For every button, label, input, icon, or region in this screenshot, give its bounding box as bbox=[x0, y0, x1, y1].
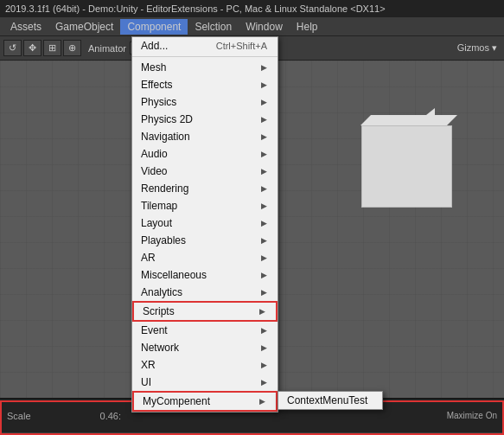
ui-arrow: ▶ bbox=[261, 378, 267, 387]
rendering-arrow: ▶ bbox=[261, 184, 267, 193]
cube-top-face bbox=[360, 115, 457, 125]
context-submenu: ContextMenuTest bbox=[278, 391, 383, 410]
menu-mesh[interactable]: Mesh ▶ bbox=[132, 59, 278, 76]
menu-audio[interactable]: Audio ▶ bbox=[132, 145, 278, 163]
physics-label: Physics bbox=[141, 96, 176, 108]
menu-tilemap[interactable]: Tilemap ▶ bbox=[132, 197, 278, 214]
menu-network[interactable]: Network ▶ bbox=[132, 339, 278, 356]
context-menu-test[interactable]: ContextMenuTest bbox=[278, 392, 382, 409]
menu-add-item[interactable]: Add... Ctrl+Shift+A bbox=[132, 37, 278, 54]
playables-arrow: ▶ bbox=[261, 236, 267, 245]
menu-navigation[interactable]: Navigation ▶ bbox=[132, 128, 278, 145]
menu-analytics[interactable]: Analytics ▶ bbox=[132, 284, 278, 301]
menu-gameobject[interactable]: GameObject bbox=[48, 19, 120, 35]
analytics-arrow: ▶ bbox=[261, 288, 267, 297]
mycompenent-container: MyCompenent ▶ ContextMenuTest bbox=[132, 391, 278, 412]
mycompenent-label: MyCompenent bbox=[143, 395, 210, 407]
xr-arrow: ▶ bbox=[261, 361, 267, 369]
event-arrow: ▶ bbox=[261, 326, 267, 335]
cube-front-face bbox=[361, 125, 452, 208]
event-label: Event bbox=[141, 324, 168, 336]
scale-value: 0.46: bbox=[100, 411, 121, 421]
xr-label: XR bbox=[141, 359, 156, 371]
dropdown-menu: Add... Ctrl+Shift+A Mesh ▶ Effects ▶ Phy… bbox=[131, 36, 278, 413]
menu-window[interactable]: Window bbox=[239, 19, 290, 35]
misc-arrow: ▶ bbox=[261, 271, 267, 279]
menu-mycompenent[interactable]: MyCompenent ▶ bbox=[132, 391, 278, 412]
analytics-label: Analytics bbox=[141, 286, 182, 298]
menu-event[interactable]: Event ▶ bbox=[132, 322, 278, 339]
physics2d-arrow: ▶ bbox=[261, 115, 267, 124]
menu-rendering[interactable]: Rendering ▶ bbox=[132, 180, 278, 197]
title-text: 2019.3.1f1 (64bit) - Demo:Unity - Editor… bbox=[5, 3, 386, 14]
menu-video[interactable]: Video ▶ bbox=[132, 163, 278, 180]
toolbar-btn-3[interactable]: ⊕ bbox=[63, 40, 81, 56]
menu-effects[interactable]: Effects ▶ bbox=[132, 76, 278, 93]
mesh-arrow: ▶ bbox=[261, 63, 267, 72]
ar-label: AR bbox=[141, 252, 156, 264]
video-label: Video bbox=[141, 165, 167, 177]
layout-label: Layout bbox=[141, 217, 172, 229]
menu-miscellaneous[interactable]: Miscellaneous ▶ bbox=[132, 266, 278, 284]
menu-assets[interactable]: Assets bbox=[3, 19, 48, 35]
video-arrow: ▶ bbox=[261, 167, 267, 176]
navigation-label: Navigation bbox=[141, 131, 190, 143]
scale-label: Scale bbox=[7, 411, 31, 421]
add-label: Add... bbox=[141, 40, 168, 52]
scripts-label: Scripts bbox=[143, 305, 175, 317]
add-shortcut: Ctrl+Shift+A bbox=[216, 41, 267, 51]
tilemap-label: Tilemap bbox=[141, 200, 177, 212]
menu-physics2d[interactable]: Physics 2D ▶ bbox=[132, 111, 278, 128]
toolbar-btn-0[interactable]: ↺ bbox=[3, 40, 22, 56]
audio-label: Audio bbox=[141, 148, 168, 160]
toolbar-btn-1[interactable]: ✥ bbox=[23, 40, 41, 56]
gizmos-label[interactable]: Gizmos ▾ bbox=[457, 42, 497, 54]
network-arrow: ▶ bbox=[261, 343, 267, 352]
menu-selection[interactable]: Selction bbox=[188, 19, 239, 35]
scripts-arrow: ▶ bbox=[259, 307, 265, 316]
menu-xr[interactable]: XR ▶ bbox=[132, 356, 278, 374]
effects-label: Effects bbox=[141, 79, 172, 91]
navigation-arrow: ▶ bbox=[261, 132, 267, 141]
menu-scripts[interactable]: Scripts ▶ bbox=[132, 301, 278, 322]
title-bar: 2019.3.1f1 (64bit) - Demo:Unity - Editor… bbox=[0, 0, 504, 17]
maximize-label[interactable]: Maximize On bbox=[447, 411, 497, 420]
physics-arrow: ▶ bbox=[261, 98, 267, 106]
ui-label: UI bbox=[141, 376, 151, 388]
network-label: Network bbox=[141, 342, 179, 354]
menu-ui[interactable]: UI ▶ bbox=[132, 374, 278, 391]
component-dropdown: Add... Ctrl+Shift+A Mesh ▶ Effects ▶ Phy… bbox=[131, 36, 278, 413]
toolbar-btn-2[interactable]: ⊞ bbox=[43, 40, 61, 56]
menu-physics[interactable]: Physics ▶ bbox=[132, 93, 278, 111]
menu-help[interactable]: Help bbox=[290, 19, 325, 35]
physics2d-label: Physics 2D bbox=[141, 113, 193, 125]
effects-arrow: ▶ bbox=[261, 80, 267, 89]
menu-playables[interactable]: Playables ▶ bbox=[132, 232, 278, 249]
ar-arrow: ▶ bbox=[261, 253, 267, 262]
menu-ar[interactable]: AR ▶ bbox=[132, 249, 278, 266]
rendering-label: Rendering bbox=[141, 182, 188, 195]
misc-label: Miscellaneous bbox=[141, 269, 207, 281]
layout-arrow: ▶ bbox=[261, 219, 267, 227]
mycompenent-arrow: ▶ bbox=[259, 397, 265, 406]
playables-label: Playables bbox=[141, 234, 186, 246]
context-menu-test-label: ContextMenuTest bbox=[287, 394, 367, 406]
audio-arrow: ▶ bbox=[261, 150, 267, 158]
mesh-label: Mesh bbox=[141, 61, 166, 74]
menu-layout[interactable]: Layout ▶ bbox=[132, 214, 278, 232]
animator-label: Animator bbox=[88, 43, 126, 54]
divider-1 bbox=[132, 56, 278, 57]
menu-component[interactable]: Component bbox=[120, 19, 188, 35]
tilemap-arrow: ▶ bbox=[261, 202, 267, 210]
menu-bar: Assets GameObject Component Selction Win… bbox=[0, 17, 504, 36]
